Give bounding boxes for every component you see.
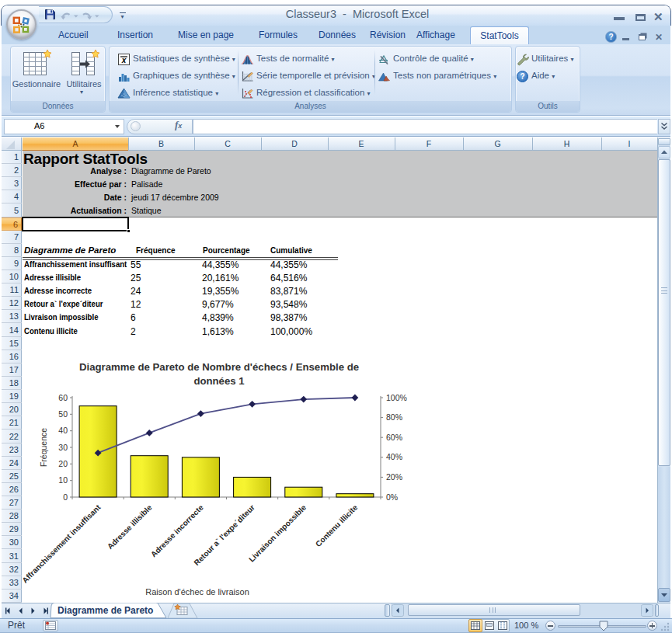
- svg-text:100%: 100%: [386, 393, 407, 402]
- svg-text:Livraison impossible: Livraison impossible: [247, 503, 308, 563]
- svg-text:Contenu illicite: Contenu illicite: [314, 503, 360, 548]
- svg-text:Adresse illisible: Adresse illisible: [106, 503, 154, 551]
- svg-text:60: 60: [58, 393, 68, 402]
- svg-text:30: 30: [58, 443, 68, 452]
- svg-text:Raison d'échec de livraison: Raison d'échec de livraison: [145, 587, 249, 596]
- svg-text:60%: 60%: [386, 433, 402, 442]
- svg-text:0%: 0%: [386, 492, 398, 502]
- svg-text:50: 50: [58, 409, 68, 419]
- svg-text:données 1: données 1: [193, 375, 244, 387]
- svg-text:40%: 40%: [386, 452, 402, 461]
- svg-text:80%: 80%: [386, 412, 402, 422]
- svg-text:20: 20: [58, 459, 68, 468]
- svg-text:Fréquence: Fréquence: [39, 428, 48, 467]
- svg-text:40: 40: [58, 426, 68, 435]
- svg-text:0: 0: [63, 492, 68, 502]
- svg-text:Diagramme de Pareto de Nombre: Diagramme de Pareto de Nombre d'échecs /…: [79, 361, 359, 373]
- svg-text:10: 10: [58, 475, 68, 485]
- svg-text:Adresse incorrecte: Adresse incorrecte: [149, 503, 205, 558]
- svg-text:20%: 20%: [386, 472, 402, 482]
